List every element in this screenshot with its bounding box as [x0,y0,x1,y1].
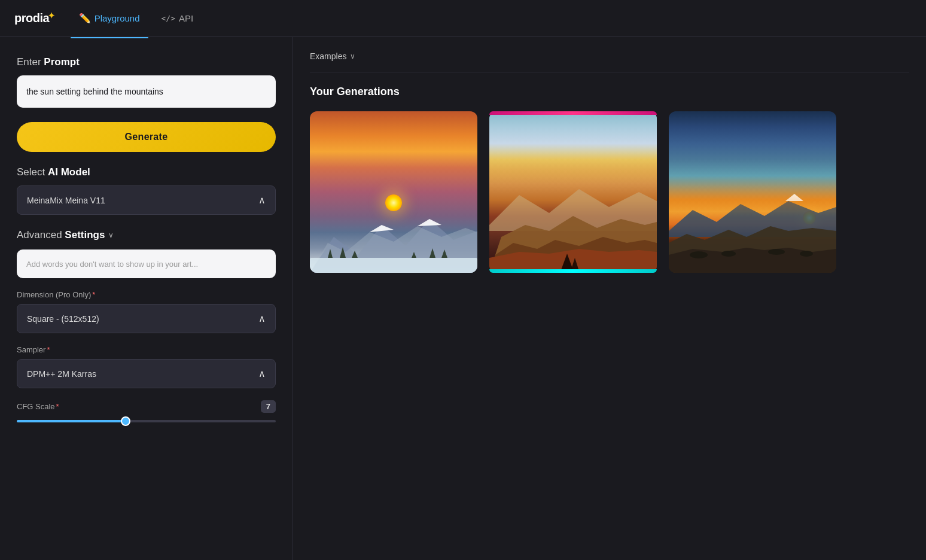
cfg-slider-track [17,420,276,422]
navbar: prodia✦ ✏️ Playground </> API [0,0,926,37]
border-top-2 [489,111,657,115]
sampler-select-value: DPM++ 2M Karras [27,369,96,379]
cfg-section: CFG Scale* 7 [17,400,276,422]
model-label: Select AI Model [17,166,276,178]
examples-row[interactable]: Examples ∨ [310,51,909,61]
advanced-chevron-icon: ∨ [108,231,114,239]
svg-rect-4 [310,258,477,273]
nav-tab-api[interactable]: </> API [153,8,202,28]
generation-image-3[interactable] [669,111,836,273]
svg-point-21 [690,251,708,258]
api-icon: </> [162,14,175,23]
svg-marker-3 [418,219,441,226]
sampler-asterisk: * [47,345,50,354]
model-select-value: MeinaMix Meina V11 [27,196,105,205]
advanced-section: Advanced Settings ∨ Dimension (Pro Only)… [17,229,276,422]
svg-point-22 [721,251,736,257]
model-section: Select AI Model MeinaMix Meina V11 ∧ [17,166,276,215]
model-select[interactable]: MeinaMix Meina V11 ∧ [17,185,276,215]
cfg-slider-thumb[interactable] [121,416,130,426]
divider [310,72,909,72]
dimension-label: Dimension (Pro Only)* [17,290,276,299]
mountains-svg-3 [669,177,836,273]
dimension-chevron-icon: ∧ [258,313,266,324]
sampler-chevron-icon: ∧ [258,368,266,379]
mountains-svg-1 [310,189,477,273]
cfg-header: CFG Scale* 7 [17,400,276,413]
playground-icon: ✏️ [79,13,91,24]
negative-prompt-input[interactable] [17,249,276,278]
image-grid [310,111,909,273]
dimension-select-value: Square - (512x512) [27,314,99,324]
cfg-slider-fill [17,420,126,422]
prompt-label: Enter Prompt [17,56,276,68]
prompt-section: Enter Prompt [17,56,276,108]
svg-point-24 [800,251,813,257]
nav-tab-playground[interactable]: ✏️ Playground [71,8,148,29]
logo: prodia✦ [14,11,56,25]
right-panel: Examples ∨ Your Generations [293,37,926,560]
nav-tab-api-label: API [179,13,193,23]
generate-button[interactable]: Generate [17,122,276,152]
advanced-header[interactable]: Advanced Settings ∨ [17,229,276,241]
dimension-asterisk: * [92,290,95,299]
cfg-value-badge: 7 [261,400,276,413]
left-panel: Enter Prompt Generate Select AI Model Me… [0,37,293,560]
examples-chevron-icon: ∨ [350,52,355,60]
cfg-label: CFG Scale* [17,402,59,411]
svg-point-23 [768,249,785,255]
generation-image-2[interactable] [489,111,657,273]
sampler-label: Sampler* [17,345,276,354]
logo-star: ✦ [48,11,55,20]
svg-marker-18 [785,194,803,201]
border-bottom-2 [489,269,657,273]
main-layout: Enter Prompt Generate Select AI Model Me… [0,37,926,560]
generation-image-2-inner [489,111,657,273]
examples-label: Examples [310,51,346,61]
dimension-select[interactable]: Square - (512x512) ∧ [17,304,276,333]
generation-image-1[interactable] [310,111,477,273]
model-select-chevron: ∧ [258,194,266,206]
logo-text: prodia✦ [14,11,56,25]
prompt-input[interactable] [17,75,276,108]
generation-image-1-inner [310,111,477,273]
cfg-asterisk: * [56,402,59,411]
advanced-label: Advanced Settings [17,229,105,241]
generation-image-3-inner [669,111,836,273]
mountains-svg-2 [489,165,657,273]
nav-tab-playground-label: Playground [95,13,140,23]
generations-title: Your Generations [310,86,909,98]
sampler-select[interactable]: DPM++ 2M Karras ∧ [17,359,276,388]
